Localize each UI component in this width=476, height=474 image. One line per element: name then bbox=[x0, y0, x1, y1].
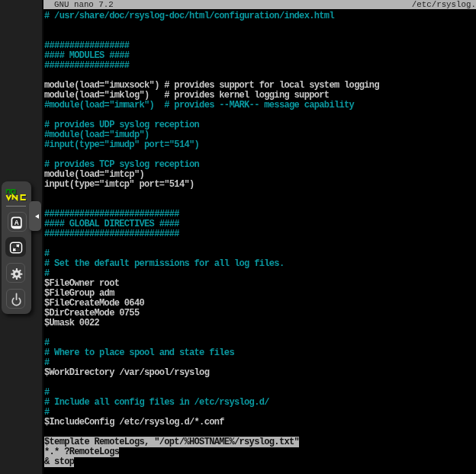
svg-text:A: A bbox=[14, 219, 19, 226]
